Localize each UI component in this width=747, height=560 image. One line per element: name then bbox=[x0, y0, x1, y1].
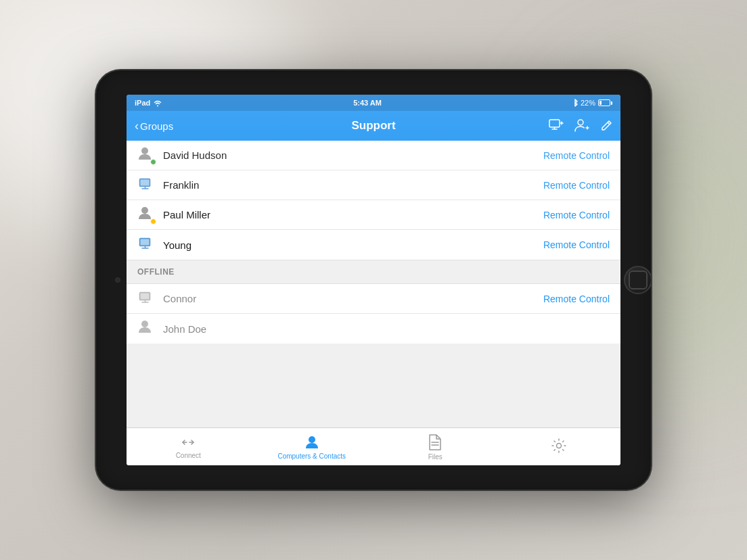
item-action[interactable]: Remote Control bbox=[543, 239, 610, 250]
svg-point-5 bbox=[141, 207, 148, 214]
svg-rect-4 bbox=[141, 179, 150, 185]
svg-rect-0 bbox=[549, 120, 560, 127]
list-item[interactable]: Paul Miller Remote Control bbox=[127, 200, 620, 230]
battery-icon bbox=[598, 99, 612, 106]
item-icon-connor bbox=[137, 289, 156, 308]
item-icon-john bbox=[137, 319, 156, 338]
tab-files-label: Files bbox=[428, 453, 443, 461]
nav-actions bbox=[493, 119, 613, 133]
tab-bar: Connect Computers & Contacts bbox=[127, 427, 620, 465]
status-right: 22% bbox=[572, 99, 612, 107]
item-name: John Doe bbox=[163, 323, 610, 335]
files-icon bbox=[428, 434, 443, 451]
svg-point-1 bbox=[578, 120, 583, 125]
device-label: iPad bbox=[135, 99, 150, 107]
offline-label: OFFLINE bbox=[137, 267, 175, 277]
chevron-left-icon: ‹ bbox=[135, 120, 139, 132]
bluetooth-icon bbox=[572, 99, 578, 107]
ipad-screen: iPad 5:43 AM 22% bbox=[127, 95, 620, 465]
offline-list: Connor Remote Control John Doe bbox=[127, 284, 620, 344]
item-name: Franklin bbox=[163, 179, 543, 191]
item-icon-paul bbox=[137, 206, 156, 225]
item-action[interactable]: Remote Control bbox=[543, 294, 610, 304]
item-name: Young bbox=[163, 239, 543, 251]
item-icon-franklin bbox=[137, 176, 156, 195]
connect-icon bbox=[179, 435, 197, 450]
content-area: David Hudson Remote Control Franklin bbox=[127, 141, 620, 465]
tab-computers-contacts-label: Computers & Contacts bbox=[277, 452, 346, 460]
status-time: 5:43 AM bbox=[353, 99, 382, 107]
item-name: Paul Miller bbox=[163, 209, 543, 220]
list-item[interactable]: John Doe bbox=[127, 314, 620, 344]
item-action[interactable]: Remote Control bbox=[543, 210, 610, 220]
settings-icon bbox=[551, 438, 567, 454]
list-item[interactable]: Franklin Remote Control bbox=[127, 170, 620, 200]
wifi-icon bbox=[153, 99, 162, 107]
tab-connect-label: Connect bbox=[176, 452, 201, 459]
list-item[interactable]: Young Remote Control bbox=[127, 230, 620, 260]
svg-rect-7 bbox=[141, 239, 150, 246]
item-action[interactable]: Remote Control bbox=[543, 180, 610, 191]
add-person-icon[interactable] bbox=[574, 119, 589, 133]
svg-point-10 bbox=[141, 321, 148, 327]
ipad-frame: iPad 5:43 AM 22% bbox=[96, 70, 651, 490]
tab-settings[interactable] bbox=[497, 428, 621, 465]
nav-bar: ‹ Groups Support bbox=[127, 111, 620, 141]
nav-title: Support bbox=[254, 119, 493, 133]
svg-point-14 bbox=[556, 444, 561, 448]
offline-section-header: OFFLINE bbox=[127, 260, 620, 284]
item-action[interactable]: Remote Control bbox=[543, 150, 610, 161]
item-icon-young bbox=[137, 235, 156, 254]
svg-point-2 bbox=[141, 147, 148, 154]
empty-area bbox=[127, 344, 620, 427]
svg-rect-9 bbox=[141, 293, 150, 299]
edit-icon[interactable] bbox=[600, 120, 612, 132]
status-left: iPad bbox=[135, 99, 162, 107]
online-list: David Hudson Remote Control Franklin bbox=[127, 141, 620, 260]
list-item[interactable]: Connor Remote Control bbox=[127, 284, 620, 314]
item-name: Connor bbox=[163, 293, 543, 304]
tab-computers-contacts[interactable]: Computers & Contacts bbox=[250, 428, 374, 465]
camera-dot bbox=[115, 277, 120, 283]
back-label: Groups bbox=[140, 120, 173, 132]
item-icon-david bbox=[137, 146, 156, 165]
back-button[interactable]: ‹ Groups bbox=[135, 120, 254, 132]
item-name: David Hudson bbox=[163, 149, 543, 161]
computers-contacts-icon bbox=[303, 434, 321, 450]
status-bar: iPad 5:43 AM 22% bbox=[127, 95, 620, 111]
add-computer-icon[interactable] bbox=[549, 119, 564, 133]
battery-pct: 22% bbox=[581, 99, 595, 107]
home-button[interactable] bbox=[624, 266, 652, 294]
tab-connect[interactable]: Connect bbox=[127, 428, 250, 465]
svg-point-11 bbox=[309, 436, 315, 443]
tab-files[interactable]: Files bbox=[374, 428, 497, 465]
list-item[interactable]: David Hudson Remote Control bbox=[127, 141, 620, 170]
